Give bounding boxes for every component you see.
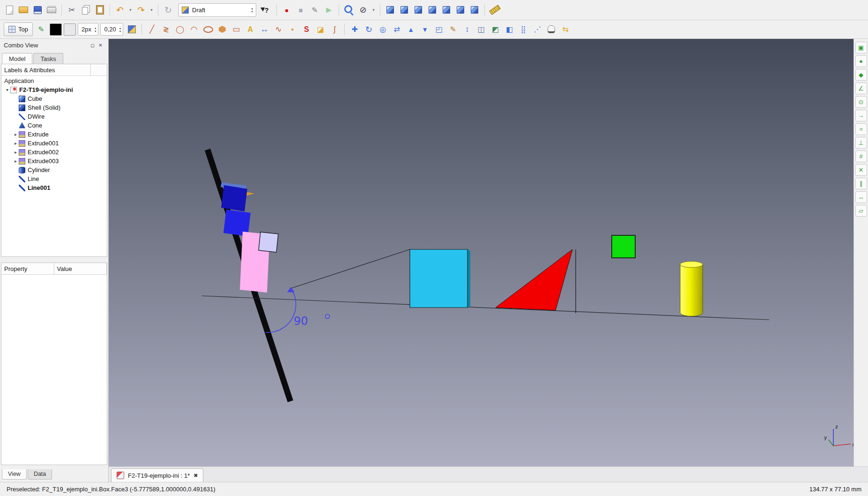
tab-data[interactable]: Data — [28, 469, 52, 480]
expand-arrow-icon[interactable]: ▸ — [13, 158, 19, 164]
cyan-panel[interactable] — [410, 249, 467, 308]
snap-workingplane-icon[interactable]: ▱ — [855, 205, 867, 217]
snap-near-icon[interactable]: ≈ — [855, 123, 867, 135]
tree-item-extrude003[interactable]: ▸Extrude003 — [1, 157, 107, 165]
left-view-icon[interactable] — [468, 3, 481, 16]
snap-angle-icon[interactable]: ∠ — [855, 83, 867, 94]
tree-item-f2-t19-ejemplo-ini[interactable]: ▾F2-T19-ejemplo-ini — [1, 85, 107, 94]
snap-ortho-icon[interactable]: ⊥ — [855, 137, 867, 149]
rear-view-icon[interactable] — [440, 3, 453, 16]
undo-dropdown-icon[interactable]: ▾ — [127, 3, 134, 16]
move-tool-icon[interactable]: ✚ — [348, 23, 361, 36]
save-icon[interactable] — [31, 3, 44, 16]
shape2dview-tool-icon[interactable]: ◫ — [475, 23, 488, 36]
draw-style-icon[interactable]: ⊘ — [356, 3, 370, 16]
refresh-icon[interactable]: ↻ — [162, 3, 175, 16]
mirror-tool-icon[interactable]: ◧ — [503, 23, 516, 36]
polygon-tool-icon[interactable] — [215, 23, 229, 36]
copy-icon[interactable] — [79, 3, 92, 16]
document-tab[interactable]: F2-T19-ejemplo-ini : 1* ✖ — [111, 468, 203, 482]
face-color-swatch[interactable] — [64, 23, 76, 36]
snap-extension-icon[interactable]: → — [855, 110, 867, 121]
value-column-header[interactable]: Value — [54, 263, 107, 274]
bezcurve-tool-icon[interactable]: ∫ — [328, 23, 341, 36]
expand-arrow-icon[interactable]: ▸ — [13, 150, 19, 155]
dimension-tool-icon[interactable]: ↔ — [258, 23, 271, 36]
wire-tool-icon[interactable]: ≷ — [159, 23, 172, 36]
right-view-icon[interactable] — [426, 3, 439, 16]
edit-tool-icon[interactable]: ✎ — [446, 23, 460, 36]
open-document-icon[interactable] — [17, 3, 30, 16]
cylinder-body[interactable] — [680, 264, 703, 316]
apply-style-icon[interactable] — [125, 23, 138, 36]
tab-close-icon[interactable]: ✖ — [193, 473, 198, 479]
path-array-tool-icon[interactable]: ⋰ — [531, 23, 544, 36]
rotate-tool-icon[interactable]: ↻ — [362, 23, 375, 36]
scale-tool-icon[interactable]: ◰ — [432, 23, 445, 36]
property-column-header[interactable]: Property — [1, 263, 54, 274]
clone-tool-icon[interactable] — [545, 23, 558, 36]
expand-arrow-icon[interactable]: ▸ — [13, 132, 19, 137]
red-triangle[interactable] — [496, 249, 572, 310]
arc-tool-icon[interactable]: ◠ — [187, 23, 200, 36]
tree-item-extrude[interactable]: ▸Extrude — [1, 130, 107, 139]
paste-icon[interactable] — [93, 3, 106, 16]
tab-view[interactable]: View — [2, 469, 27, 480]
tab-tasks[interactable]: Tasks — [33, 53, 63, 64]
workbench-selector-arrows-icon[interactable]: ▴▾ — [251, 7, 253, 13]
measure-distance-icon[interactable] — [488, 3, 501, 16]
snap-intersection-icon[interactable]: ✕ — [855, 164, 867, 176]
offset-tool-icon[interactable]: ◎ — [376, 23, 389, 36]
ellipse-tool-icon[interactable] — [201, 23, 215, 36]
front-view-icon[interactable] — [398, 3, 411, 16]
workbench-selector[interactable]: Draft ▴▾ — [178, 3, 256, 17]
tree-item-shell-solid-[interactable]: Shell (Solid) — [1, 103, 107, 112]
macro-edit-icon[interactable]: ✎ — [308, 3, 321, 16]
tree-item-line001[interactable]: Line001 — [1, 183, 107, 192]
macro-play-icon[interactable]: ▶ — [322, 3, 335, 16]
line-color-swatch[interactable] — [50, 23, 62, 36]
blue-box-upper[interactable] — [221, 185, 247, 211]
tree-item-cylinder[interactable]: Cylinder — [1, 165, 107, 174]
tree-item-cube[interactable]: Cube — [1, 94, 107, 103]
tree-item-extrude001[interactable]: ▸Extrude001 — [1, 139, 107, 148]
redo-dropdown-icon[interactable]: ▾ — [148, 3, 155, 16]
snap-center-icon[interactable]: ⊙ — [855, 96, 867, 108]
tree-item-dwire[interactable]: DWire — [1, 112, 107, 121]
downgrade-tool-icon[interactable]: ▼ — [418, 23, 431, 36]
tree-header-label[interactable]: Labels & Attributes — [1, 64, 91, 75]
macro-record-icon[interactable]: ● — [280, 3, 293, 16]
snap-endpoint-icon[interactable]: ● — [855, 55, 867, 67]
facebinder-tool-icon[interactable]: ◪ — [314, 23, 327, 36]
zoom-fit-icon[interactable] — [342, 3, 356, 16]
snap-parallel-icon[interactable]: ∥ — [855, 178, 867, 189]
undo-icon[interactable]: ↶ — [113, 3, 126, 16]
collapse-arrow-icon[interactable]: ▾ — [4, 87, 10, 92]
cylinder-top[interactable] — [680, 262, 703, 268]
tab-model[interactable]: Model — [2, 53, 32, 64]
text-tool-icon[interactable]: A — [244, 23, 257, 36]
lavender-panel[interactable] — [259, 232, 278, 252]
axonometric-view-icon[interactable] — [384, 3, 397, 16]
draw-style-dropdown-icon[interactable]: ▾ — [371, 3, 377, 16]
shapestring-tool-icon[interactable]: S — [300, 23, 313, 36]
rectangle-tool-icon[interactable]: ▭ — [230, 23, 243, 36]
cyan-panel-side[interactable] — [467, 249, 470, 308]
cut-icon[interactable]: ✂ — [65, 3, 78, 16]
construction-line[interactable] — [291, 249, 410, 288]
set-workplane-button[interactable]: Top — [4, 23, 33, 36]
snap-dimensions-icon[interactable]: ↔ — [855, 191, 867, 203]
macro-stop-icon[interactable]: ■ — [294, 3, 307, 16]
tree-item-application[interactable]: Application — [1, 76, 107, 85]
line-width-spinner[interactable]: 2px ▴▾ — [78, 23, 98, 36]
spinner-arrows-icon[interactable]: ▴▾ — [119, 26, 121, 33]
snap-grid-icon[interactable]: # — [855, 150, 867, 162]
draft-to-sketch-tool-icon[interactable]: ⇆ — [559, 23, 572, 36]
snap-midpoint-icon[interactable]: ◆ — [855, 69, 867, 81]
print-icon[interactable] — [45, 3, 58, 16]
tree-item-extrude002[interactable]: ▸Extrude002 — [1, 148, 107, 157]
expand-arrow-icon[interactable]: ▸ — [13, 141, 19, 146]
bspline-tool-icon[interactable]: ∿ — [272, 23, 285, 36]
green-panel[interactable] — [612, 235, 635, 258]
panel-float-button[interactable]: ◻ — [89, 41, 96, 49]
